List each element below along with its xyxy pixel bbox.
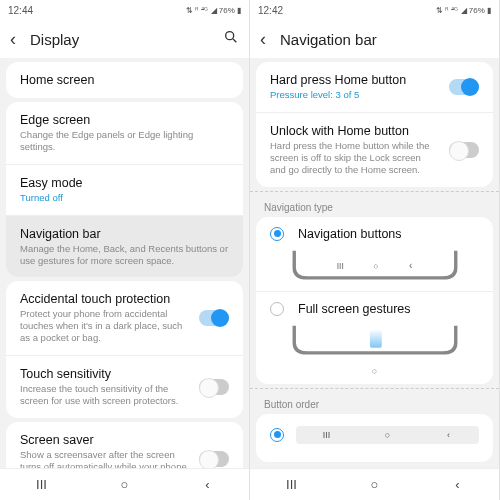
home-button[interactable]: ○	[355, 477, 395, 492]
button-order-option-1[interactable]: III ○ ‹	[270, 426, 479, 444]
system-nav-bar: III ○ ‹	[250, 468, 499, 500]
order-preview-box: III ○ ‹	[296, 426, 479, 444]
row-unlock-home[interactable]: Unlock with Home button Hard press the H…	[256, 112, 493, 187]
row-touch-sensitivity[interactable]: Touch sensitivity Increase the touch sen…	[6, 355, 243, 418]
navigation-bar-settings-screen: 12:42 ⇅ ᴿ ⁴ᴳ ◢ 76% ▮ ‹ Navigation bar Ha…	[250, 0, 500, 500]
toggle-hard-press-home[interactable]	[449, 79, 479, 95]
toggle-accidental-touch[interactable]	[199, 310, 229, 326]
gesture-home-hint: ○	[256, 366, 493, 384]
system-nav-bar: III ○ ‹	[0, 468, 249, 500]
preview-full-screen-gestures	[270, 324, 479, 358]
page-title: Navigation bar	[280, 31, 377, 48]
preview-navigation-buttons: III○‹	[270, 249, 479, 283]
search-icon[interactable]	[223, 29, 239, 49]
radio-icon	[270, 428, 284, 442]
svg-line-1	[233, 39, 236, 42]
recents-button[interactable]: III	[22, 477, 62, 492]
display-settings-screen: 12:44 ⇅ ᴿ ⁴ᴳ ◢ 76% ▮ ‹ Display Home scre…	[0, 0, 250, 500]
status-icons: ⇅ ᴿ ⁴ᴳ ◢ 76% ▮	[186, 6, 241, 15]
option-full-screen-gestures[interactable]: Full screen gestures	[256, 291, 493, 320]
toggle-screen-saver[interactable]	[199, 451, 229, 467]
back-icon[interactable]: ‹	[260, 29, 266, 50]
svg-rect-5	[369, 329, 381, 348]
row-accidental-touch[interactable]: Accidental touch protection Protect your…	[6, 281, 243, 355]
svg-text:III: III	[336, 260, 343, 270]
toggle-touch-sensitivity[interactable]	[199, 379, 229, 395]
status-icons: ⇅ ᴿ ⁴ᴳ ◢ 76% ▮	[436, 6, 491, 15]
recents-button[interactable]: III	[272, 477, 312, 492]
settings-list[interactable]: Home screen Edge screen Change the Edge …	[0, 58, 249, 468]
app-bar: ‹ Navigation bar	[250, 20, 499, 58]
radio-icon	[270, 227, 284, 241]
row-easy-mode[interactable]: Easy mode Turned off	[6, 164, 243, 215]
row-home-screen[interactable]: Home screen	[6, 62, 243, 98]
clock: 12:42	[258, 5, 283, 16]
option-navigation-buttons[interactable]: Navigation buttons	[256, 217, 493, 245]
section-navigation-type: Navigation type	[250, 191, 499, 215]
app-bar: ‹ Display	[0, 20, 249, 58]
svg-point-0	[226, 32, 234, 40]
home-button[interactable]: ○	[105, 477, 145, 492]
back-button[interactable]: ‹	[438, 477, 478, 492]
status-bar: 12:42 ⇅ ᴿ ⁴ᴳ ◢ 76% ▮	[250, 0, 499, 20]
svg-text:○: ○	[373, 260, 378, 270]
back-icon[interactable]: ‹	[10, 29, 16, 50]
status-bar: 12:44 ⇅ ᴿ ⁴ᴳ ◢ 76% ▮	[0, 0, 249, 20]
row-hard-press-home[interactable]: Hard press Home button Pressure level: 3…	[256, 62, 493, 112]
page-title: Display	[30, 31, 79, 48]
svg-text:‹: ‹	[409, 259, 412, 270]
row-edge-screen[interactable]: Edge screen Change the Edge panels or Ed…	[6, 102, 243, 164]
row-navigation-bar[interactable]: Navigation bar Manage the Home, Back, an…	[6, 215, 243, 278]
toggle-unlock-home[interactable]	[449, 142, 479, 158]
settings-list[interactable]: Hard press Home button Pressure level: 3…	[250, 58, 499, 468]
back-button[interactable]: ‹	[188, 477, 228, 492]
row-screen-saver[interactable]: Screen saver Show a screensaver after th…	[6, 422, 243, 468]
radio-icon	[270, 302, 284, 316]
section-button-order: Button order	[250, 388, 499, 412]
clock: 12:44	[8, 5, 33, 16]
